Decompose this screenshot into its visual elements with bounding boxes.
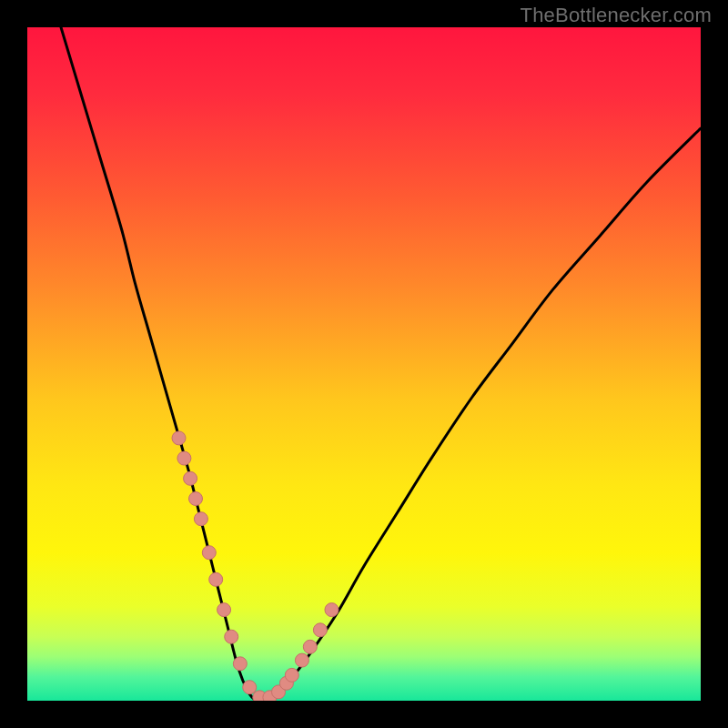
marker-dot [184, 471, 197, 485]
marker-dot [209, 572, 223, 586]
marker-dot [325, 603, 339, 617]
chart-curve-layer [27, 27, 701, 701]
chart-container: TheBottlenecker.com [0, 0, 728, 728]
watermark-text: TheBottlenecker.com [521, 4, 712, 27]
marker-dot [202, 546, 216, 560]
marker-dot [172, 431, 186, 445]
highlight-markers [172, 431, 339, 701]
marker-dot [313, 623, 327, 637]
marker-dot [177, 451, 191, 465]
marker-dot [225, 630, 238, 643]
marker-dot [285, 668, 298, 682]
marker-dot [243, 681, 257, 694]
marker-dot [233, 657, 247, 671]
marker-dot [194, 512, 207, 526]
plot-area [27, 27, 701, 701]
marker-dot [295, 653, 308, 667]
marker-dot [303, 640, 317, 653]
bottleneck-curve [61, 27, 701, 701]
marker-dot [189, 492, 203, 506]
marker-dot [217, 603, 231, 617]
